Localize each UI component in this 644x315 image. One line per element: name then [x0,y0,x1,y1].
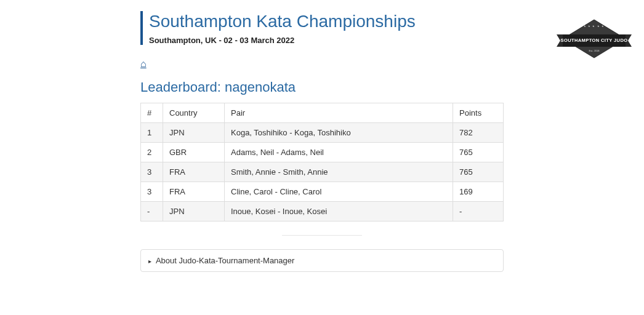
home-link[interactable]: ⌂ [140,58,147,70]
divider [282,235,362,236]
caret-right-icon: ▸ [148,258,151,265]
leaderboard-table: # Country Pair Points 1 JPN Koga, Toshih… [140,103,504,221]
table-row: 1 JPN Koga, Toshihiko - Koga, Toshihiko … [141,122,504,142]
page-subtitle: Southampton, UK - 02 - 03 March 2022 [149,36,504,45]
about-label: About Judo-Kata-Tournament-Manager [156,256,294,265]
table-row: 2 GBR Adams, Neil - Adams, Neil 765 [141,142,504,162]
col-pair: Pair [225,103,453,122]
cell-points: 765 [453,142,504,162]
cell-rank: - [141,201,163,221]
cell-country: GBR [163,142,225,162]
about-toggle[interactable]: ▸ About Judo-Kata-Tournament-Manager [140,249,504,272]
cell-country: JPN [163,201,225,221]
page-title: Southampton Kata Championships [149,11,504,32]
logo-text-main: SOUTHAMPTON CITY JUDO [561,38,628,43]
cell-country: FRA [163,181,225,201]
title-block: Southampton Kata Championships Southampt… [140,11,504,45]
cell-pair: Smith, Annie - Smith, Annie [225,162,453,181]
cell-rank: 1 [141,122,163,142]
cell-country: JPN [163,122,225,142]
cell-pair: Cline, Carol - Cline, Carol [225,181,453,201]
home-icon: ⌂ [140,58,147,69]
table-row: - JPN Inoue, Kosei - Inoue, Kosei - [141,201,504,221]
cell-rank: 3 [141,181,163,201]
col-country: Country [163,103,225,122]
logo-stars: ★ ★ ★ ★ ★ [584,25,604,28]
cell-points: 782 [453,122,504,142]
cell-country: FRA [163,162,225,181]
cell-rank: 3 [141,162,163,181]
col-points: Points [453,103,504,122]
cell-points: 765 [453,162,504,181]
cell-points: - [453,201,504,221]
table-row: 3 FRA Smith, Annie - Smith, Annie 765 [141,162,504,181]
cell-pair: Inoue, Kosei - Inoue, Kosei [225,201,453,221]
cell-rank: 2 [141,142,163,162]
club-logo: ★ ★ ★ ★ ★ SOUTHAMPTON CITY JUDO Est. 201… [557,17,632,62]
cell-pair: Koga, Toshihiko - Koga, Toshihiko [225,122,453,142]
leaderboard-heading: Leaderboard: nagenokata [140,79,504,95]
logo-text-est: Est. 2018 [589,49,600,52]
table-header-row: # Country Pair Points [141,103,504,122]
cell-points: 169 [453,181,504,201]
col-rank: # [141,103,163,122]
table-row: 3 FRA Cline, Carol - Cline, Carol 169 [141,181,504,201]
cell-pair: Adams, Neil - Adams, Neil [225,142,453,162]
